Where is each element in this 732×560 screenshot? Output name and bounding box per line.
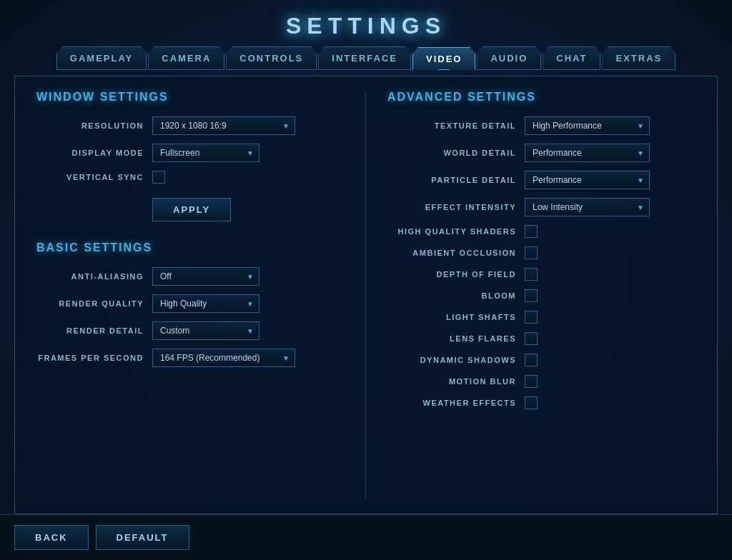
tab-gameplay[interactable]: GAMEPLAY: [56, 46, 147, 70]
tab-controls[interactable]: CONTROLS: [226, 46, 317, 70]
render-detail-select[interactable]: Custom: [152, 321, 259, 340]
resolution-row: RESOLUTION 1920 x 1080 16:9: [36, 116, 344, 135]
vsync-checkbox[interactable]: [152, 171, 165, 184]
bloom-checkbox[interactable]: [525, 289, 538, 302]
window-settings-section: WINDOW SETTINGS RESOLUTION 1920 x 1080 1…: [36, 91, 344, 221]
bottom-bar: BACK DEFAULT: [0, 514, 732, 560]
resolution-label: RESOLUTION: [36, 121, 144, 130]
depth-of-field-row: DEPTH OF FIELD: [387, 268, 696, 281]
effect-intensity-select[interactable]: High Intensity Medium Intensity Low Inte…: [525, 198, 650, 216]
window-settings-title: WINDOW SETTINGS: [36, 91, 344, 104]
left-panel: WINDOW SETTINGS RESOLUTION 1920 x 1080 1…: [36, 91, 366, 499]
dynamic-shadows-row: DYNAMIC SHADOWS: [387, 354, 696, 366]
effect-intensity-label: EFFECT INTENSITY: [387, 203, 516, 211]
render-detail-row: RENDER DETAIL Custom: [36, 321, 344, 340]
advanced-settings-title: ADVANCED SETTINGS: [387, 91, 696, 104]
render-quality-select-wrapper[interactable]: High Quality: [152, 294, 259, 313]
texture-detail-select-wrapper[interactable]: High Performance Performance Quality Hig…: [525, 116, 650, 135]
light-shafts-checkbox[interactable]: [525, 311, 538, 324]
particle-detail-select-wrapper[interactable]: High Performance Performance Quality: [525, 171, 650, 189]
tab-video[interactable]: VIDEO: [412, 47, 475, 70]
basic-settings-section: BASIC SETTINGS ANTI-ALIASING Off RENDER …: [36, 241, 344, 367]
render-quality-row: RENDER QUALITY High Quality: [36, 294, 344, 313]
lens-flares-label: LENS FLARES: [387, 334, 516, 343]
anti-aliasing-select[interactable]: Off: [152, 267, 259, 286]
render-quality-label: RENDER QUALITY: [36, 299, 144, 308]
high-quality-shaders-checkbox[interactable]: [525, 225, 538, 238]
dynamic-shadows-label: DYNAMIC SHADOWS: [387, 356, 516, 364]
lens-flares-row: LENS FLARES: [387, 332, 696, 345]
anti-aliasing-label: ANTI-ALIASING: [36, 272, 144, 281]
basic-settings-title: BASIC SETTINGS: [36, 241, 344, 254]
texture-detail-select[interactable]: High Performance Performance Quality Hig…: [525, 116, 650, 135]
page-title: SETTINGS: [0, 0, 732, 46]
bloom-label: BLOOM: [387, 291, 516, 300]
particle-detail-select[interactable]: High Performance Performance Quality: [525, 171, 650, 189]
fps-label: FRAMES PER SECOND: [36, 354, 144, 362]
anti-aliasing-row: ANTI-ALIASING Off: [36, 267, 344, 286]
fps-select[interactable]: 164 FPS (Recommended): [152, 349, 295, 367]
display-mode-row: DISPLAY MODE Fullscreen: [36, 144, 344, 162]
effect-intensity-select-wrapper[interactable]: High Intensity Medium Intensity Low Inte…: [525, 198, 650, 216]
ambient-occlusion-checkbox[interactable]: [525, 246, 538, 259]
back-button[interactable]: BACK: [14, 525, 89, 550]
depth-of-field-checkbox[interactable]: [525, 268, 538, 281]
high-quality-shaders-label: HIGH QUALITY SHADERS: [387, 227, 516, 236]
motion-blur-label: MOTION BLUR: [387, 377, 516, 386]
tabs-bar: GAMEPLAY CAMERA CONTROLS INTERFACE VIDEO…: [0, 46, 732, 70]
weather-effects-label: WEATHER EFFECTS: [387, 399, 516, 407]
light-shafts-row: LIGHT SHAFTS: [387, 311, 696, 324]
particle-detail-label: PARTICLE DETAIL: [387, 176, 516, 184]
ambient-occlusion-label: AMBIENT OCCLUSION: [387, 249, 516, 257]
resolution-select-wrapper[interactable]: 1920 x 1080 16:9: [152, 116, 295, 135]
high-quality-shaders-row: HIGH QUALITY SHADERS: [387, 225, 696, 238]
default-button[interactable]: DEFAULT: [96, 525, 189, 550]
fps-select-wrapper[interactable]: 164 FPS (Recommended): [152, 349, 295, 367]
resolution-select[interactable]: 1920 x 1080 16:9: [152, 116, 295, 135]
display-mode-label: DISPLAY MODE: [36, 149, 144, 157]
texture-detail-label: TEXTURE DETAIL: [387, 121, 516, 130]
weather-effects-row: WEATHER EFFECTS: [387, 396, 696, 409]
depth-of-field-label: DEPTH OF FIELD: [387, 270, 516, 279]
tab-camera[interactable]: CAMERA: [148, 46, 224, 70]
world-detail-select-wrapper[interactable]: High Performance Performance Quality: [525, 144, 650, 162]
world-detail-row: WORLD DETAIL High Performance Performanc…: [387, 144, 696, 162]
display-mode-select-wrapper[interactable]: Fullscreen: [152, 144, 259, 162]
tab-audio[interactable]: AUDIO: [477, 46, 541, 70]
effect-intensity-row: EFFECT INTENSITY High Intensity Medium I…: [387, 198, 696, 216]
tab-extras[interactable]: EXTRAS: [602, 46, 676, 70]
tab-interface[interactable]: INTERFACE: [318, 46, 411, 70]
dynamic-shadows-checkbox[interactable]: [525, 354, 538, 366]
world-detail-label: WORLD DETAIL: [387, 149, 516, 157]
right-panel: ADVANCED SETTINGS TEXTURE DETAIL High Pe…: [366, 91, 696, 499]
lens-flares-checkbox[interactable]: [525, 332, 538, 345]
render-detail-label: RENDER DETAIL: [36, 326, 144, 335]
weather-effects-checkbox[interactable]: [525, 396, 538, 409]
vsync-row: VERTICAL SYNC: [36, 171, 344, 184]
anti-aliasing-select-wrapper[interactable]: Off: [152, 267, 259, 286]
display-mode-select[interactable]: Fullscreen: [152, 144, 259, 162]
apply-button[interactable]: APPLY: [152, 198, 231, 221]
fps-row: FRAMES PER SECOND 164 FPS (Recommended): [36, 349, 344, 367]
texture-detail-row: TEXTURE DETAIL High Performance Performa…: [387, 116, 696, 135]
vsync-label: VERTICAL SYNC: [36, 173, 144, 181]
render-quality-select[interactable]: High Quality: [152, 294, 259, 313]
main-container: SETTINGS GAMEPLAY CAMERA CONTROLS INTERF…: [0, 0, 732, 560]
motion-blur-row: MOTION BLUR: [387, 375, 696, 388]
motion-blur-checkbox[interactable]: [525, 375, 538, 388]
render-detail-select-wrapper[interactable]: Custom: [152, 321, 259, 340]
ambient-occlusion-row: AMBIENT OCCLUSION: [387, 246, 696, 259]
bloom-row: BLOOM: [387, 289, 696, 302]
light-shafts-label: LIGHT SHAFTS: [387, 313, 516, 321]
content-area: WINDOW SETTINGS RESOLUTION 1920 x 1080 1…: [14, 76, 718, 514]
particle-detail-row: PARTICLE DETAIL High Performance Perform…: [387, 171, 696, 189]
tab-chat[interactable]: CHAT: [543, 46, 600, 70]
world-detail-select[interactable]: High Performance Performance Quality: [525, 144, 650, 162]
